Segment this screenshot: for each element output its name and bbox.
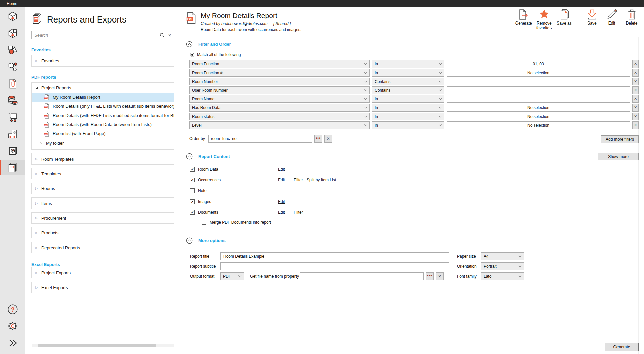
match-all-radio[interactable] xyxy=(190,53,194,57)
filter-clear-button[interactable]: ✕ xyxy=(632,113,639,120)
tree-group-deprecated-reports[interactable]: ▷Deprecated Reports xyxy=(32,242,174,253)
tree-report-room-list-with-front-page[interactable]: PDFRoom list (with Front Page) xyxy=(32,129,174,138)
tree-group-products[interactable]: ▷Products xyxy=(32,227,174,238)
filter-field-dropdown[interactable]: Room Function # xyxy=(189,69,370,77)
tree-group-items[interactable]: ▷Items xyxy=(32,198,174,209)
checkbox-images[interactable]: ✓ xyxy=(190,199,195,204)
rail-item-products[interactable] xyxy=(0,143,25,159)
filter-value-field[interactable]: No selection xyxy=(447,113,630,120)
order-by-clear-button[interactable]: ✕ xyxy=(324,135,332,143)
filter-clear-button[interactable]: ✕ xyxy=(632,121,639,129)
filename-property-input[interactable] xyxy=(300,272,424,280)
tree-group-favorites[interactable]: ▷ Favorites xyxy=(32,55,174,66)
rail-item-help[interactable]: ? xyxy=(0,302,25,317)
orientation-dropdown[interactable]: Portrait xyxy=(481,262,524,270)
checkbox-note[interactable] xyxy=(190,188,195,193)
filter-operator-dropdown[interactable]: In xyxy=(372,69,444,77)
tree-group-rooms[interactable]: ▷Rooms xyxy=(32,183,174,194)
tree-horizontal-scrollbar[interactable] xyxy=(32,344,174,347)
tree-group-room-templates[interactable]: ▷Room Templates xyxy=(32,153,174,164)
filename-browse-button[interactable]: ••• xyxy=(426,272,434,280)
tree-report-my-room-details-report[interactable]: PDFMy Room Details Report xyxy=(32,93,174,102)
link-filter[interactable]: Filter xyxy=(294,178,303,182)
output-format-dropdown[interactable]: PDF xyxy=(220,272,244,280)
filter-operator-dropdown[interactable]: In xyxy=(372,60,444,68)
toolbar-edit-button[interactable]: Edit xyxy=(604,9,620,26)
filter-operator-dropdown[interactable]: In xyxy=(372,113,444,120)
rail-item-attachments[interactable] xyxy=(0,76,25,91)
report-subtitle-input[interactable] xyxy=(220,262,449,270)
rail-item-expand[interactable] xyxy=(0,335,25,351)
tree-group-excel-exports[interactable]: ▷Excel Exports xyxy=(32,282,174,293)
filter-operator-dropdown[interactable]: Contains xyxy=(372,86,444,94)
collapse-section-icon[interactable] xyxy=(186,41,193,47)
toolbar-save-as-button[interactable]: Save as xyxy=(556,9,572,26)
toolbar-save-button[interactable]: Save xyxy=(584,9,600,26)
filter-clear-button[interactable]: ✕ xyxy=(632,95,639,103)
tree-report-room-details-with-room-data-between-item-lists[interactable]: PDFRoom Details (with Room Data between … xyxy=(32,120,174,129)
rail-item-room-data[interactable] xyxy=(0,26,25,41)
filter-field-dropdown[interactable]: Room Name xyxy=(189,95,370,103)
filter-operator-dropdown[interactable]: In xyxy=(372,121,444,129)
report-title-input[interactable] xyxy=(220,252,449,260)
collapse-section-icon[interactable] xyxy=(186,153,193,160)
filter-value-field[interactable]: No selection xyxy=(447,69,630,77)
checkbox-occurrences[interactable]: ✓ xyxy=(190,178,195,182)
rail-item-shapes[interactable] xyxy=(0,42,25,58)
filter-field-dropdown[interactable]: Room Number xyxy=(189,78,370,85)
filter-clear-button[interactable]: ✕ xyxy=(632,60,639,68)
filter-field-dropdown[interactable]: Room status xyxy=(189,113,370,120)
rail-item-systems[interactable] xyxy=(0,59,25,75)
search-input[interactable] xyxy=(34,33,157,38)
rail-item-procurement[interactable] xyxy=(0,109,25,125)
filter-clear-button[interactable]: ✕ xyxy=(632,104,639,112)
search-clear-icon[interactable]: ✕ xyxy=(167,33,172,38)
checkbox-documents[interactable]: ✓ xyxy=(190,210,195,215)
link-filter[interactable]: Filter xyxy=(294,210,303,215)
filter-operator-dropdown[interactable]: In xyxy=(372,95,444,103)
toolbar-generate-button[interactable]: Generate xyxy=(515,9,532,26)
tree-group-project-exports[interactable]: ▷Project Exports xyxy=(32,267,174,278)
filter-field-dropdown[interactable]: Has Room Data xyxy=(189,104,370,112)
tree-group-project-reports[interactable]: Project Reports xyxy=(32,83,174,93)
filter-operator-dropdown[interactable]: In xyxy=(372,104,444,112)
tree-group-my-folder[interactable]: ▷ My folder xyxy=(32,138,174,148)
rail-item-reports[interactable] xyxy=(0,160,25,175)
tree-group-templates[interactable]: ▷Templates xyxy=(32,168,174,179)
filename-clear-button[interactable]: ✕ xyxy=(436,272,444,280)
filter-operator-dropdown[interactable]: Contains xyxy=(372,78,444,85)
rail-item-rooms[interactable] xyxy=(0,9,25,24)
filter-value-field[interactable] xyxy=(447,78,630,85)
filter-field-dropdown[interactable]: User Room Number xyxy=(189,86,370,94)
rail-item-settings[interactable] xyxy=(0,318,25,334)
filter-clear-button[interactable]: ✕ xyxy=(632,78,639,85)
checkbox-merge-pdf-documents[interactable] xyxy=(202,220,206,225)
filter-clear-button[interactable]: ✕ xyxy=(632,86,639,94)
generate-report-button[interactable]: Generate xyxy=(605,343,639,351)
filter-value-field[interactable]: No selection xyxy=(447,104,630,112)
show-more-button[interactable]: Show more xyxy=(598,153,639,160)
add-more-filters-button[interactable]: Add more filters xyxy=(601,135,639,143)
order-by-browse-button[interactable]: ••• xyxy=(314,135,322,143)
link-edit[interactable]: Edit xyxy=(278,167,285,172)
home-tab[interactable]: Home xyxy=(7,1,17,6)
tree-report-room-details-with-ff-e-lists-modified-sub-items-format-for-bim-id[interactable]: PDFRoom Details (with FF&E Lists modifie… xyxy=(32,111,174,120)
checkbox-room-data[interactable]: ✓ xyxy=(190,167,195,172)
filter-value-field[interactable] xyxy=(447,86,630,94)
filter-value-field[interactable] xyxy=(447,95,630,103)
tree-group-procurement[interactable]: ▷Procurement xyxy=(32,213,174,223)
collapse-section-icon[interactable] xyxy=(186,237,193,244)
toolbar-delete-button[interactable]: Delete xyxy=(624,9,639,26)
link-edit[interactable]: Edit xyxy=(278,210,285,215)
link-edit[interactable]: Edit xyxy=(278,178,285,182)
tree-report-room-details-only-ff-e-lists-with-default-sub-items-behavior[interactable]: PDFRoom Details (only FF&E Lists with de… xyxy=(32,102,174,111)
toolbar-remove-favorite-button[interactable]: Removefavorite ▾ xyxy=(536,9,552,31)
rail-item-finance[interactable] xyxy=(0,93,25,108)
filter-field-dropdown[interactable]: Level xyxy=(189,121,370,129)
paper-size-dropdown[interactable]: A4 xyxy=(481,252,524,260)
order-by-input[interactable] xyxy=(208,135,312,143)
link-edit[interactable]: Edit xyxy=(278,199,285,204)
filter-value-field[interactable]: No selection xyxy=(447,121,630,129)
scrollbar-thumb[interactable] xyxy=(38,344,156,347)
rail-item-buildings[interactable] xyxy=(0,126,25,142)
